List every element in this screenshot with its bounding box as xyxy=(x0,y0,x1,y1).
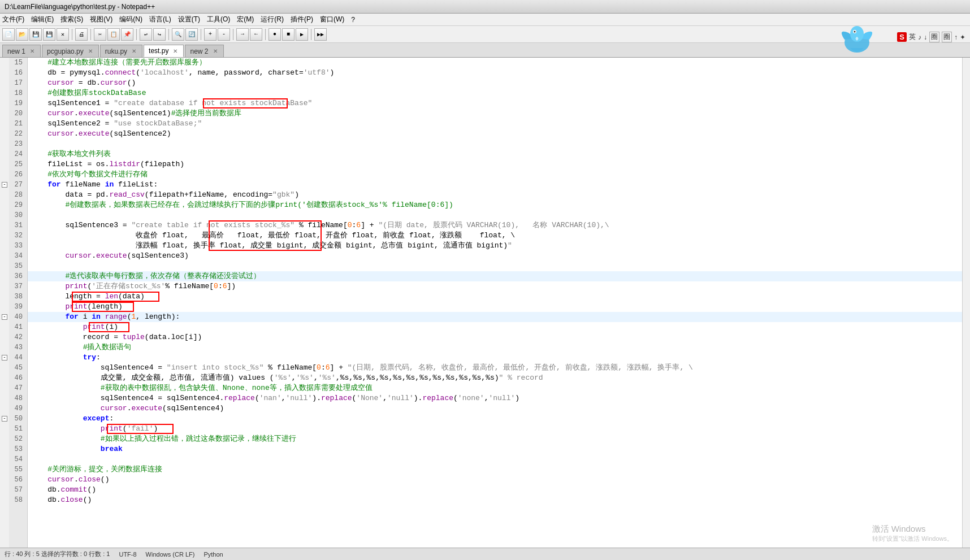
fold-gutter-26 xyxy=(0,170,9,180)
fold-gutter-35 xyxy=(0,261,9,271)
toolbar-saveall[interactable]: 💾 xyxy=(43,28,55,41)
menu-view[interactable]: 视图(V) xyxy=(90,15,112,24)
menu-bar: 文件(F) 编辑(E) 搜索(S) 视图(V) 编码(N) 语言(L) 设置(T… xyxy=(0,14,970,26)
code-line-40: for i in range(1, length): xyxy=(28,312,962,322)
sogou-s-icon: S xyxy=(897,32,907,42)
menu-search[interactable]: 搜索(S) xyxy=(60,15,83,24)
menu-macro[interactable]: 宏(M) xyxy=(237,15,254,24)
toolbar-save[interactable]: 💾 xyxy=(29,28,42,41)
fold-gutter-24 xyxy=(0,149,9,159)
tab-new2[interactable]: new 2 ✕ xyxy=(185,45,223,57)
line-num-39: 39 xyxy=(9,302,25,312)
tab-pcgupiao[interactable]: pcgupiao.py ✕ xyxy=(42,45,99,57)
fold-gutter-27[interactable]: - xyxy=(0,180,9,190)
code-line-42: record = tuple(data.loc[i]) xyxy=(28,332,962,342)
line-num-16: 16 xyxy=(9,68,25,78)
fold-gutter-46 xyxy=(0,373,9,383)
tray-keyboard1: 圈 xyxy=(929,32,939,42)
fold-gutter-45 xyxy=(0,363,9,373)
tab-test-close[interactable]: ✕ xyxy=(173,48,177,54)
code-line-24: #获取本地文件列表 xyxy=(28,149,962,159)
status-bar: 行 : 40 列 : 5 选择的字符数 : 0 行数 : 1 UTF-8 Win… xyxy=(0,548,970,560)
tab-new1[interactable]: new 1 ✕ xyxy=(2,45,41,57)
toolbar-new[interactable]: 📄 xyxy=(2,28,15,41)
line-num-54: 54 xyxy=(9,454,25,465)
fold-gutter-56 xyxy=(0,475,9,485)
fold-gutter-37 xyxy=(0,281,9,292)
line-num-52: 52 xyxy=(9,434,25,444)
menu-edit[interactable]: 编辑(E) xyxy=(31,15,54,24)
tab-ruku[interactable]: ruku.py ✕ xyxy=(100,45,142,57)
code-line-52: #如果以上插入过程出错，跳过这条数据记录，继续往下进行 xyxy=(28,434,962,444)
toolbar-replace[interactable]: 🔄 xyxy=(185,28,198,41)
menu-language[interactable]: 语言(L) xyxy=(149,15,171,24)
toolbar-sep8 xyxy=(311,29,311,40)
tray-music: ♪ xyxy=(918,33,921,41)
toolbar-print[interactable]: 🖨 xyxy=(75,28,88,41)
fold-gutter-57 xyxy=(0,485,9,495)
line-num-50: 50 xyxy=(9,414,25,424)
line-number-col: 1516171819202122232425262728293031323334… xyxy=(9,58,27,548)
toolbar-sep5 xyxy=(201,29,201,40)
line-num-38: 38 xyxy=(9,292,25,302)
status-file-type: Python xyxy=(203,551,223,558)
code-line-15: #建立本地数据库连接（需要先开启数据库服务） xyxy=(28,58,962,68)
code-line-28: data = pd.read_csv(filepath+fileName, en… xyxy=(28,190,962,200)
toolbar-cut[interactable]: ✂ xyxy=(94,28,106,41)
code-line-21: sqlSentence2 = "use stockDataBase;" xyxy=(28,119,962,129)
fold-gutter-54 xyxy=(0,454,9,465)
toolbar-undo[interactable]: ↩ xyxy=(140,28,152,41)
tab-new2-label: new 2 xyxy=(190,47,208,55)
menu-encoding[interactable]: 编码(N) xyxy=(119,15,142,24)
line-num-36: 36 xyxy=(9,271,25,281)
fold-gutter-15 xyxy=(0,58,9,68)
fold-gutter-50[interactable]: - xyxy=(0,414,9,424)
fold-gutter-44[interactable]: - xyxy=(0,353,9,363)
toolbar-zoomin[interactable]: + xyxy=(204,28,216,41)
toolbar-macro-stop[interactable]: ■ xyxy=(282,28,295,41)
toolbar-redo[interactable]: ↪ xyxy=(153,28,166,41)
code-line-22: cursor.execute(sqlSentence2) xyxy=(28,129,962,139)
toolbar-indent[interactable]: → xyxy=(236,28,249,41)
tab-new2-close[interactable]: ✕ xyxy=(213,48,218,54)
fold-gutter: ---- xyxy=(0,58,9,548)
menu-file[interactable]: 文件(F) xyxy=(2,15,24,24)
menu-settings[interactable]: 设置(T) xyxy=(178,15,200,24)
tab-test[interactable]: test.py ✕ xyxy=(144,45,184,57)
menu-run[interactable]: 运行(R) xyxy=(261,15,284,24)
tab-ruku-close[interactable]: ✕ xyxy=(132,48,136,54)
code-line-19: sqlSentence1 = "create database if not e… xyxy=(28,98,962,108)
toolbar-outdent[interactable]: ← xyxy=(250,28,262,41)
fold-gutter-19 xyxy=(0,98,9,108)
code-line-29: #创建数据表，如果数据表已经存在，会跳过继续执行下面的步骤print('创建数据… xyxy=(28,200,962,210)
fold-gutter-36 xyxy=(0,271,9,281)
toolbar-macro-rec[interactable]: ● xyxy=(269,28,281,41)
toolbar-close[interactable]: ✕ xyxy=(57,28,69,41)
scrollbar-right[interactable] xyxy=(962,58,970,548)
line-number-gutter: ---- 15161718192021222324252627282930313… xyxy=(0,58,28,548)
toolbar-zoomout[interactable]: - xyxy=(218,28,230,41)
menu-tools[interactable]: 工具(O) xyxy=(207,15,230,24)
fold-gutter-40[interactable]: - xyxy=(0,312,9,322)
code-line-56: cursor.close() xyxy=(28,475,962,485)
code-area[interactable]: #建立本地数据库连接（需要先开启数据库服务） db = pymysql.conn… xyxy=(28,58,962,548)
menu-help[interactable]: ? xyxy=(351,16,355,24)
toolbar-copy[interactable]: 📋 xyxy=(107,28,120,41)
line-num-26: 26 xyxy=(9,170,25,180)
tab-new1-close[interactable]: ✕ xyxy=(30,48,34,54)
fold-gutter-21 xyxy=(0,119,9,129)
toolbar-run[interactable]: ▶▶ xyxy=(314,28,327,41)
toolbar-find[interactable]: 🔍 xyxy=(172,28,184,41)
watermark: 激活 Windows 转到"设置"以激活 Windows。 xyxy=(872,524,954,543)
title-text: D:\LearnFile\language\python\test.py - N… xyxy=(5,3,155,11)
toolbar: 📄 📂 💾 💾 ✕ 🖨 ✂ 📋 📌 ↩ ↪ 🔍 🔄 + - → ← ● ■ ▶ … xyxy=(0,26,970,43)
menu-window[interactable]: 窗口(W) xyxy=(320,15,344,24)
code-line-34: cursor.execute(sqlSentence3) xyxy=(28,251,962,261)
tab-pcgupiao-close[interactable]: ✕ xyxy=(88,48,93,54)
status-line-col: 行 : 40 列 : 5 选择的字符数 : 0 行数 : 1 xyxy=(5,550,110,558)
toolbar-paste[interactable]: 📌 xyxy=(121,28,133,41)
menu-plugins[interactable]: 插件(P) xyxy=(291,15,313,24)
code-line-55: #关闭游标，提交，关闭数据库连接 xyxy=(28,465,962,475)
toolbar-macro-play[interactable]: ▶ xyxy=(296,28,308,41)
toolbar-open[interactable]: 📂 xyxy=(16,28,28,41)
